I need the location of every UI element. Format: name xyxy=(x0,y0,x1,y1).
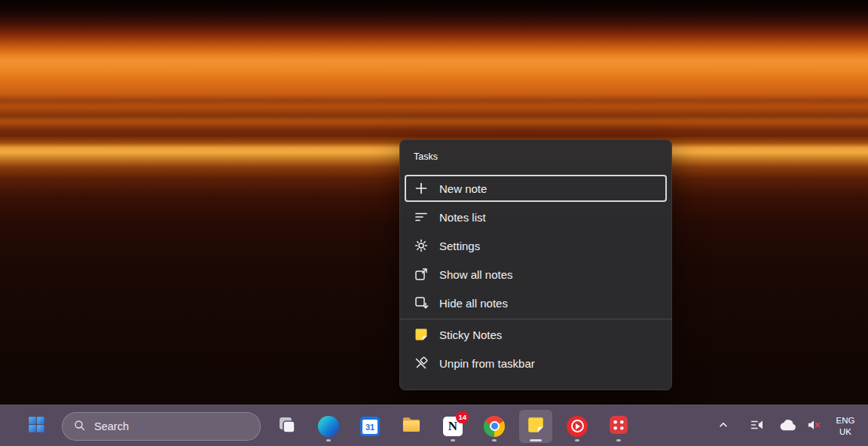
edge-button[interactable] xyxy=(312,410,345,443)
youtube-icon-ring xyxy=(571,420,584,432)
plus-icon xyxy=(414,181,429,196)
calendar-button[interactable]: 31 xyxy=(353,410,387,443)
running-indicator xyxy=(451,439,455,441)
menu-item-label: Settings xyxy=(439,240,480,252)
cloud-icon xyxy=(780,419,796,434)
edge-icon xyxy=(318,416,339,437)
chevron-up-icon xyxy=(718,420,729,433)
task-view-button[interactable] xyxy=(270,410,304,443)
volume-muted-icon xyxy=(807,419,821,434)
start-button[interactable] xyxy=(21,410,51,443)
youtube-button[interactable] xyxy=(561,410,594,443)
language-switcher[interactable]: ENG UK xyxy=(829,410,862,443)
search-icon xyxy=(73,419,86,434)
running-indicator xyxy=(575,439,579,441)
hide-all-notes-icon xyxy=(414,295,429,310)
menu-item-label: Notes list xyxy=(439,211,486,224)
sound-mixer-tray-button[interactable] xyxy=(741,411,773,441)
calendar-day: 31 xyxy=(362,420,377,434)
chrome-icon xyxy=(484,416,505,437)
file-explorer-button[interactable] xyxy=(395,410,428,443)
tray-overflow-button[interactable] xyxy=(713,411,734,441)
menu-item-sticky-notes-app[interactable]: Sticky Notes xyxy=(405,321,667,348)
chrome-icon-center xyxy=(491,423,498,429)
sticky-notes-icon xyxy=(526,415,546,438)
sound-mixer-icon xyxy=(750,418,765,435)
menu-item-unpin-from-taskbar[interactable]: Unpin from taskbar xyxy=(405,350,667,377)
task-view-icon xyxy=(277,415,297,438)
jumplist-section-title: Tasks xyxy=(405,140,667,173)
folder-icon xyxy=(401,414,422,438)
menu-item-new-note[interactable]: New note xyxy=(405,175,667,202)
onedrive-tray-button[interactable] xyxy=(776,411,799,441)
running-indicator xyxy=(616,439,621,441)
language-line-2: UK xyxy=(839,426,851,438)
menu-item-label: Show all notes xyxy=(439,268,513,281)
unpin-icon xyxy=(414,356,429,371)
play-icon xyxy=(576,423,580,429)
menu-item-label: New note xyxy=(439,182,487,195)
chrome-icon-ring xyxy=(490,421,500,431)
gear-icon xyxy=(414,238,429,253)
chrome-button[interactable] xyxy=(478,410,511,443)
taskbar-search-box[interactable]: Search xyxy=(62,412,261,441)
language-line-1: ENG xyxy=(836,415,855,426)
taskbar-app-icons: 31 N 1 xyxy=(270,410,635,443)
menu-item-notes-list[interactable]: Notes list xyxy=(405,203,667,231)
notion-button[interactable]: N 14 xyxy=(436,410,469,443)
screen: Tasks New note Notes list Sett xyxy=(0,0,868,446)
menu-item-show-all-notes[interactable]: Show all notes xyxy=(405,261,667,288)
menu-item-label: Hide all notes xyxy=(439,297,508,310)
running-indicator xyxy=(492,439,497,441)
youtube-icon xyxy=(567,416,588,437)
notification-badge: 14 xyxy=(456,411,469,423)
notes-list-icon xyxy=(414,209,429,225)
jumplist-divider xyxy=(400,319,671,319)
system-tray: ENG UK xyxy=(713,405,862,446)
menu-item-hide-all-notes[interactable]: Hide all notes xyxy=(405,289,667,316)
menu-item-label: Unpin from taskbar xyxy=(439,357,535,370)
sticky-notes-button[interactable] xyxy=(519,410,552,443)
red-app-icon xyxy=(609,415,628,438)
volume-tray-button[interactable] xyxy=(802,411,826,441)
taskbar: Search 31 xyxy=(0,405,868,446)
menu-item-settings[interactable]: Settings xyxy=(405,232,667,259)
running-indicator xyxy=(326,439,331,441)
search-label: Search xyxy=(94,420,129,432)
sticky-notes-icon xyxy=(414,327,429,342)
calendar-icon: 31 xyxy=(360,417,380,436)
taskbar-left-group: Search 31 xyxy=(21,405,635,446)
jumplist-menu: Tasks New note Notes list Sett xyxy=(399,139,672,390)
show-all-notes-icon xyxy=(414,267,429,282)
active-indicator xyxy=(530,439,542,441)
menu-item-label: Sticky Notes xyxy=(439,328,502,341)
windows-logo-icon xyxy=(27,415,46,437)
red-app-button[interactable] xyxy=(602,410,635,443)
